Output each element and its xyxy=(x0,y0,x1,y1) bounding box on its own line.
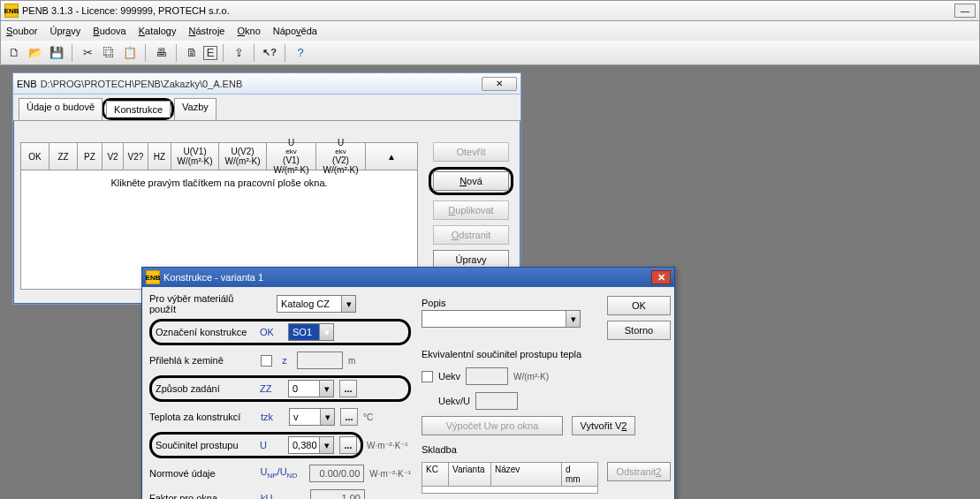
app-titlebar: ENB PENB 3.1.3 - Licence: 999999, PROTEC… xyxy=(0,0,980,21)
paste-icon[interactable]: 📋 xyxy=(120,43,140,63)
soucinitel-unit: W·m⁻²·K⁻¹ xyxy=(367,441,408,450)
menu-upravy[interactable]: Úpravy xyxy=(49,26,80,36)
file-new-icon[interactable]: 🗋 xyxy=(4,43,24,63)
menu-nastroje[interactable]: Nástroje xyxy=(189,26,225,36)
zpusob-more-button[interactable]: ... xyxy=(339,380,357,397)
konstrukce-dialog: ENB Konstrukce - varianta 1 ✕ Pro výběr … xyxy=(141,267,675,499)
chevron-down-icon: ▾ xyxy=(319,381,333,397)
open-button: Otevřít xyxy=(433,142,509,162)
oznaceni-select[interactable]: SO1 ▾ xyxy=(288,323,334,341)
teplota-select[interactable]: v ▾ xyxy=(289,408,335,426)
material-select-value: Katalog CZ xyxy=(281,299,330,309)
uekv-unit: W/(m²·K) xyxy=(513,372,549,382)
file-open-icon[interactable]: 📂 xyxy=(26,43,45,63)
gh-uv1[interactable]: U(V1)W/(m²·K) xyxy=(171,143,219,170)
chevron-down-icon: ▾ xyxy=(319,437,333,453)
uekvu-input xyxy=(475,392,518,410)
soucinitel-select[interactable]: 0,380 ▾ xyxy=(288,436,334,454)
gh-uekv2[interactable]: Uekv(V2)W/(m²·K) xyxy=(316,143,366,170)
help-arrow-icon[interactable]: ↖? xyxy=(260,43,279,63)
prilehla-unit: m xyxy=(348,356,355,366)
oznaceni-label: Označení konstrukce xyxy=(156,327,254,337)
th-varianta: Varianta xyxy=(449,463,491,487)
teplota-value: v xyxy=(293,412,299,422)
zpusob-select[interactable]: 0 ▾ xyxy=(288,380,334,397)
chevron-down-icon: ▾ xyxy=(341,296,355,312)
cut-icon[interactable]: ✂ xyxy=(78,43,97,63)
menu-soubor[interactable]: Soubor xyxy=(6,26,37,36)
minimize-button[interactable]: — xyxy=(954,4,976,18)
teplota-more-button[interactable]: ... xyxy=(340,408,358,426)
mdi-title: D:\PROG\PROTECH\PENB\Zakazky\0_A.ENB xyxy=(41,79,243,89)
mdi-icon: ENB xyxy=(17,79,37,89)
zpusob-value: 0 xyxy=(292,383,298,394)
export-icon[interactable]: ⇪ xyxy=(229,43,248,63)
popis-select[interactable]: ▾ xyxy=(422,310,581,328)
soucinitel-more-button[interactable]: ... xyxy=(339,436,357,454)
gh-pz[interactable]: PZ xyxy=(78,143,103,170)
dialog-titlebar: ENB Konstrukce - varianta 1 ✕ xyxy=(142,268,674,287)
new-button[interactable]: Nová xyxy=(433,171,509,191)
vytvorit-v2-button[interactable]: Vytvořit V2 xyxy=(572,416,635,435)
skladba-label: Skladba xyxy=(422,444,671,455)
tab-udaje[interactable]: Údaje o budově xyxy=(19,98,103,120)
menu-bar: Soubor Úpravy Budova Katalogy Nástroje O… xyxy=(0,21,980,41)
oznaceni-highlight: Označení konstrukce OK SO1 ▾ xyxy=(149,319,411,345)
tab-vazby[interactable]: Vazby xyxy=(174,98,217,120)
gh-uekv1[interactable]: Uekv(V1)W/(m²·K) xyxy=(267,143,316,170)
teplota-unit: °C xyxy=(363,412,373,422)
ekv-label: Ekvivalentní součinitel prostupu tepla xyxy=(422,349,671,359)
mdi-titlebar: ENB D:\PROG\PROTECH\PENB\Zakazky\0_A.ENB… xyxy=(13,73,520,95)
gh-v2q[interactable]: V2? xyxy=(124,143,148,170)
gh-v2[interactable]: V2 xyxy=(103,143,124,170)
mdi-client: ENB D:\PROG\PROTECH\PENB\Zakazky\0_A.ENB… xyxy=(0,65,980,499)
gh-scroll: ▲ xyxy=(366,143,417,170)
material-select[interactable]: Katalog CZ ▾ xyxy=(277,295,356,313)
teplota-sym: tzk xyxy=(261,412,284,422)
faktor-label: Faktor pro okna xyxy=(149,493,255,499)
uekv-label: Uekv xyxy=(438,371,460,382)
print-icon[interactable]: 🖶 xyxy=(151,43,171,63)
prilehla-input[interactable] xyxy=(297,352,343,369)
menu-katalogy[interactable]: Katalogy xyxy=(139,26,177,36)
ok-button[interactable]: OK xyxy=(607,296,671,315)
prilehla-label: Přilehlá k zemině xyxy=(149,355,255,366)
soucinitel-sym: U xyxy=(260,440,283,450)
dialog-close-button[interactable]: ✕ xyxy=(651,270,671,284)
tab-konstrukce[interactable]: Konstrukce xyxy=(106,101,171,117)
uekvu-label: Uekv/U xyxy=(438,396,470,406)
dialog-icon: ENB xyxy=(146,270,160,284)
chevron-down-icon: ▾ xyxy=(319,324,333,340)
prilehla-sym: z xyxy=(277,355,292,366)
storno-button[interactable]: Storno xyxy=(607,321,671,340)
th-d: dmm xyxy=(562,463,597,487)
menu-budova[interactable]: Budova xyxy=(93,26,125,36)
preview-icon[interactable]: 🗎 xyxy=(182,43,201,63)
gh-hz[interactable]: HZ xyxy=(148,143,171,170)
gh-ok[interactable]: OK xyxy=(21,143,49,170)
zpusob-highlight: Způsob zadání ZZ 0 ▾ ... xyxy=(149,375,411,402)
soucinitel-highlight: Součinitel prostupu U 0,380 ▾ ... xyxy=(149,432,363,458)
zpusob-sym: ZZ xyxy=(260,383,283,394)
skladba-table[interactable]: KC Varianta Název dmm xyxy=(422,462,598,494)
table-e-icon[interactable]: E xyxy=(203,46,217,60)
popis-label: Popis xyxy=(422,298,598,308)
uekv-input[interactable] xyxy=(466,367,508,385)
uekv-checkbox[interactable] xyxy=(422,371,433,382)
oznaceni-sym: OK xyxy=(260,327,283,337)
mdi-close-button[interactable]: ✕ xyxy=(482,77,517,91)
chevron-down-icon: ▾ xyxy=(566,311,580,327)
soucinitel-label: Součinitel prostupu xyxy=(156,440,254,450)
gh-zz[interactable]: ZZ xyxy=(49,143,78,170)
gh-uv2[interactable]: U(V2)W/(m²·K) xyxy=(219,143,267,170)
about-icon[interactable]: ? xyxy=(291,43,310,63)
copy-icon[interactable]: ⿻ xyxy=(99,43,118,63)
menu-okno[interactable]: Okno xyxy=(237,26,260,36)
faktor-sym: kU xyxy=(261,493,305,499)
zpusob-label: Způsob zadání xyxy=(156,383,254,394)
delete-button: Odstranit xyxy=(433,225,509,245)
soucinitel-value: 0,380 xyxy=(292,440,317,450)
file-save-icon[interactable]: 💾 xyxy=(47,43,66,63)
menu-napoveda[interactable]: Nápověda xyxy=(273,26,317,36)
prilehla-checkbox[interactable] xyxy=(261,355,272,367)
